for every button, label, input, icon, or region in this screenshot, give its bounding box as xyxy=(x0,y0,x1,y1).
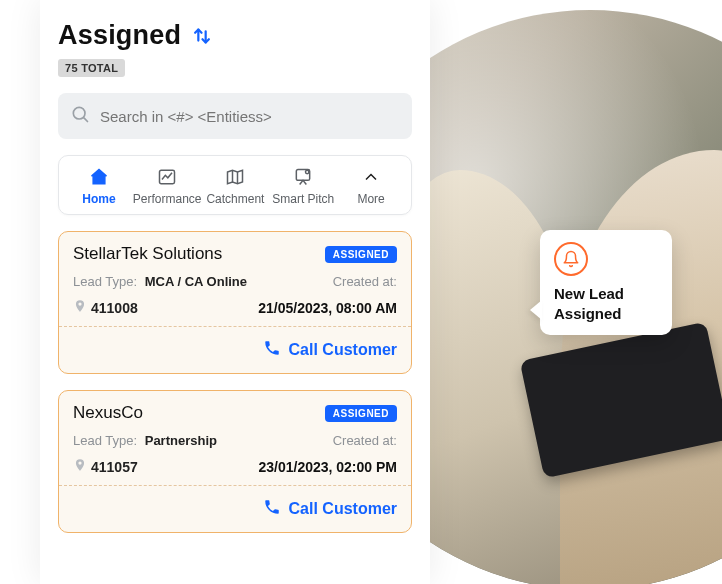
phone-icon xyxy=(263,498,281,520)
map-icon xyxy=(202,166,270,188)
svg-marker-2 xyxy=(228,170,243,183)
tab-smart-pitch[interactable]: Smart Pitch xyxy=(269,166,337,206)
tab-label: More xyxy=(357,192,384,206)
lead-card[interactable]: NexusCo ASSIGNED Lead Type: Partnership … xyxy=(58,390,412,533)
sort-icon[interactable] xyxy=(191,25,213,47)
cta-label: Call Customer xyxy=(289,500,397,518)
tab-more[interactable]: More xyxy=(337,166,405,206)
presentation-icon xyxy=(269,166,337,188)
status-badge: ASSIGNED xyxy=(325,405,397,422)
lead-company: NexusCo xyxy=(73,403,143,423)
status-badge: ASSIGNED xyxy=(325,246,397,263)
page-title: Assigned xyxy=(58,20,181,51)
leads-panel: Assigned 75 TOTAL Home xyxy=(40,0,430,584)
search-input[interactable] xyxy=(100,108,400,125)
lead-company: StellarTek Solutions xyxy=(73,244,222,264)
phone-icon xyxy=(263,339,281,361)
tab-performance[interactable]: Performance xyxy=(133,166,202,206)
created-label: Created at: xyxy=(333,433,397,448)
search-icon xyxy=(70,104,90,128)
home-icon xyxy=(65,166,133,188)
lead-type: Lead Type: MCA / CA Online xyxy=(73,274,247,289)
tab-label: Home xyxy=(82,192,115,206)
svg-point-6 xyxy=(306,170,309,173)
lead-card[interactable]: StellarTek Solutions ASSIGNED Lead Type:… xyxy=(58,231,412,374)
created-at: 23/01/2023, 02:00 PM xyxy=(258,459,397,475)
tab-bar: Home Performance Catchment Smart Pitch xyxy=(58,155,412,215)
tab-label: Performance xyxy=(133,192,202,206)
call-customer-button[interactable]: Call Customer xyxy=(59,326,411,373)
lead-type: Lead Type: Partnership xyxy=(73,433,217,448)
location-pin-icon xyxy=(73,458,87,475)
notification-text: New Lead Assigned xyxy=(554,284,658,323)
chevron-up-icon xyxy=(337,166,405,188)
svg-point-0 xyxy=(73,107,85,119)
lead-location: 411008 xyxy=(73,299,138,316)
total-count-badge: 75 TOTAL xyxy=(58,59,125,77)
tab-home[interactable]: Home xyxy=(65,166,133,206)
search-bar[interactable] xyxy=(58,93,412,139)
created-at: 21/05/2023, 08:00 AM xyxy=(258,300,397,316)
location-pin-icon xyxy=(73,299,87,316)
tab-label: Catchment xyxy=(206,192,264,206)
cta-label: Call Customer xyxy=(289,341,397,359)
tab-label: Smart Pitch xyxy=(272,192,334,206)
chart-icon xyxy=(133,166,202,188)
created-label: Created at: xyxy=(333,274,397,289)
bell-icon xyxy=(554,242,588,276)
lead-location: 411057 xyxy=(73,458,138,475)
call-customer-button[interactable]: Call Customer xyxy=(59,485,411,532)
tab-catchment[interactable]: Catchment xyxy=(202,166,270,206)
notification-popover: New Lead Assigned xyxy=(540,230,672,335)
